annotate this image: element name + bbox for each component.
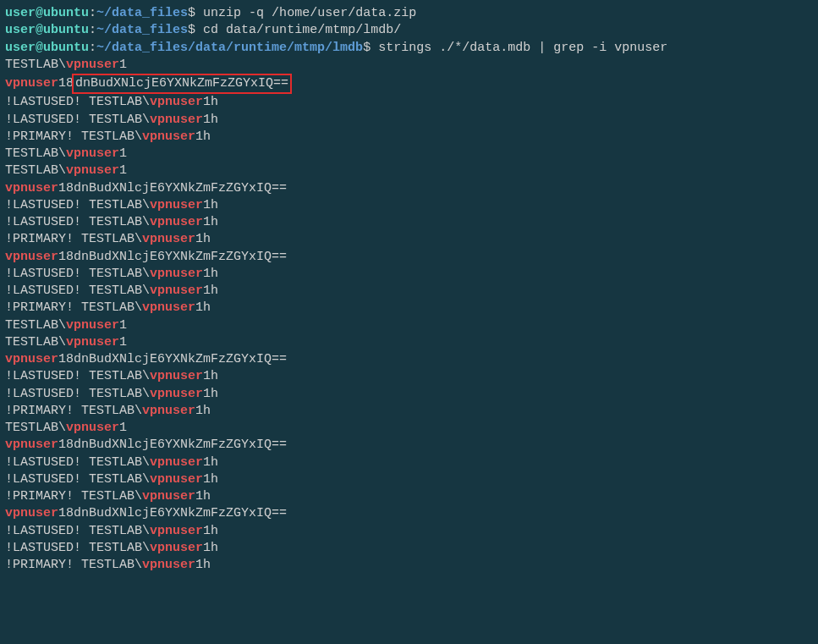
grep-match: vpnuser: [66, 58, 119, 72]
grep-match: vpnuser: [5, 438, 58, 452]
output-line: TESTLAB\vpnuser1: [5, 334, 813, 351]
output-line: !LASTUSED! TESTLAB\vpnuser1h: [5, 94, 813, 111]
grep-match: vpnuser: [5, 352, 58, 366]
output-line: !PRIMARY! TESTLAB\vpnuser1h: [5, 129, 813, 146]
grep-match: vpnuser: [5, 76, 58, 91]
grep-match: vpnuser: [150, 95, 203, 109]
output-line: vpnuser18dnBudXNlcjE6YXNkZmFzZGYxIQ==: [5, 74, 813, 94]
output-line: !LASTUSED! TESTLAB\vpnuser1h: [5, 386, 813, 403]
grep-match: vpnuser: [66, 146, 119, 161]
grep-match: vpnuser: [150, 541, 203, 555]
grep-match: vpnuser: [150, 524, 203, 538]
output-line: TESTLAB\vpnuser1: [5, 317, 813, 334]
grep-match: vpnuser: [142, 232, 195, 246]
output-line: vpnuser18dnBudXNlcjE6YXNkZmFzZGYxIQ==: [5, 437, 813, 454]
output-line: TESTLAB\vpnuser1: [5, 420, 813, 437]
grep-match: vpnuser: [150, 283, 203, 298]
grep-match: vpnuser: [150, 267, 203, 281]
output-line: !LASTUSED! TESTLAB\vpnuser1h: [5, 214, 813, 231]
command-cd: cd data/runtime/mtmp/lmdb/: [203, 23, 401, 37]
command-strings-grep: strings ./*/data.mdb | grep -i vpnuser: [378, 41, 667, 55]
grep-match: vpnuser: [5, 250, 58, 264]
output-line: TESTLAB\vpnuser1: [5, 57, 813, 74]
output-line: vpnuser18dnBudXNlcjE6YXNkZmFzZGYxIQ==: [5, 249, 813, 266]
grep-match: vpnuser: [142, 489, 195, 504]
output-line: vpnuser18dnBudXNlcjE6YXNkZmFzZGYxIQ==: [5, 351, 813, 368]
grep-match: vpnuser: [142, 558, 195, 572]
grep-match: vpnuser: [150, 455, 203, 470]
prompt-user: user: [5, 6, 36, 20]
output-line: vpnuser18dnBudXNlcjE6YXNkZmFzZGYxIQ==: [5, 505, 813, 522]
output-line: !LASTUSED! TESTLAB\vpnuser1h: [5, 283, 813, 300]
prompt-host: ubuntu: [43, 6, 89, 20]
grep-match: vpnuser: [142, 129, 195, 144]
terminal-output: TESTLAB\vpnuser1vpnuser18dnBudXNlcjE6YXN…: [5, 57, 813, 575]
grep-match: vpnuser: [150, 215, 203, 229]
output-line: !LASTUSED! TESTLAB\vpnuser1h: [5, 266, 813, 283]
grep-match: vpnuser: [142, 300, 195, 315]
grep-match: vpnuser: [150, 113, 203, 127]
output-line: vpnuser18dnBudXNlcjE6YXNkZmFzZGYxIQ==: [5, 180, 813, 197]
grep-match: vpnuser: [66, 421, 119, 435]
output-line: TESTLAB\vpnuser1: [5, 146, 813, 162]
grep-match: vpnuser: [66, 318, 119, 333]
output-line: !PRIMARY! TESTLAB\vpnuser1h: [5, 488, 813, 505]
grep-match: vpnuser: [66, 163, 119, 178]
output-line: !PRIMARY! TESTLAB\vpnuser1h: [5, 300, 813, 316]
output-line: !LASTUSED! TESTLAB\vpnuser1h: [5, 471, 813, 488]
output-line: !LASTUSED! TESTLAB\vpnuser1h: [5, 523, 813, 540]
highlighted-base64: dnBudXNlcjE6YXNkZmFzZGYxIQ==: [72, 74, 292, 94]
prompt-line-2: user@ubuntu:~/data_files$ cd data/runtim…: [5, 22, 813, 39]
grep-match: vpnuser: [150, 198, 203, 212]
grep-match: vpnuser: [5, 506, 58, 520]
prompt-path: ~/data_files: [96, 6, 188, 20]
output-line: !LASTUSED! TESTLAB\vpnuser1h: [5, 454, 813, 471]
grep-match: vpnuser: [150, 472, 203, 487]
grep-match: vpnuser: [150, 387, 203, 401]
output-line: !PRIMARY! TESTLAB\vpnuser1h: [5, 557, 813, 574]
output-line: !LASTUSED! TESTLAB\vpnuser1h: [5, 197, 813, 214]
output-line: !LASTUSED! TESTLAB\vpnuser1h: [5, 368, 813, 385]
prompt-line-1: user@ubuntu:~/data_files$ unzip -q /home…: [5, 5, 813, 22]
prompt-at: @: [36, 6, 43, 20]
output-line: !LASTUSED! TESTLAB\vpnuser1h: [5, 540, 813, 557]
command-unzip: unzip -q /home/user/data.zip: [203, 6, 416, 20]
output-line: !PRIMARY! TESTLAB\vpnuser1h: [5, 403, 813, 420]
output-line: !PRIMARY! TESTLAB\vpnuser1h: [5, 231, 813, 248]
output-line: !LASTUSED! TESTLAB\vpnuser1h: [5, 112, 813, 129]
grep-match: vpnuser: [5, 181, 58, 195]
grep-match: vpnuser: [142, 404, 195, 418]
prompt-line-3: user@ubuntu:~/data_files/data/runtime/mt…: [5, 40, 813, 57]
grep-match: vpnuser: [66, 335, 119, 350]
grep-match: vpnuser: [150, 369, 203, 383]
output-line: TESTLAB\vpnuser1: [5, 162, 813, 179]
